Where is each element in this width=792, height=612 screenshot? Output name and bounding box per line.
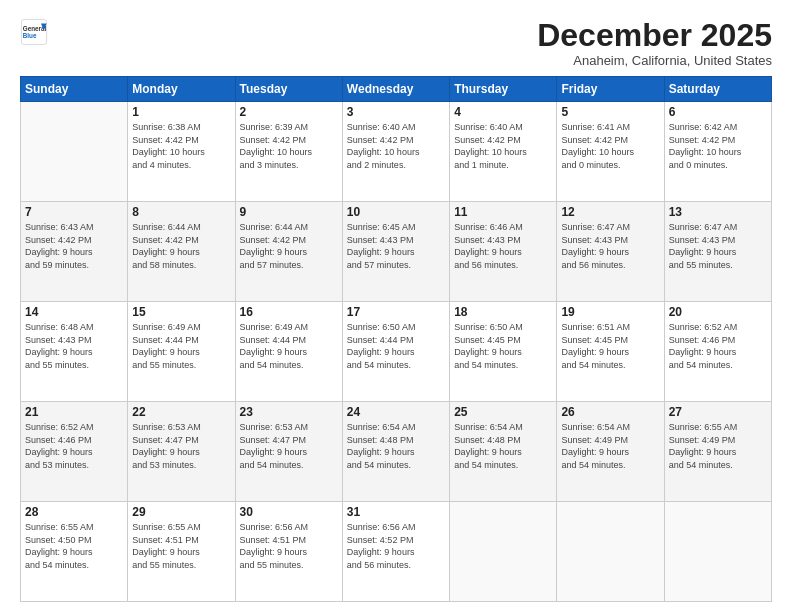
- day-info: Sunrise: 6:38 AMSunset: 4:42 PMDaylight:…: [132, 121, 230, 171]
- table-row: 1Sunrise: 6:38 AMSunset: 4:42 PMDaylight…: [128, 102, 235, 202]
- col-monday: Monday: [128, 77, 235, 102]
- table-row: 5Sunrise: 6:41 AMSunset: 4:42 PMDaylight…: [557, 102, 664, 202]
- day-info: Sunrise: 6:51 AMSunset: 4:45 PMDaylight:…: [561, 321, 659, 371]
- table-row: 22Sunrise: 6:53 AMSunset: 4:47 PMDayligh…: [128, 402, 235, 502]
- day-number: 16: [240, 305, 338, 319]
- calendar-week-row: 28Sunrise: 6:55 AMSunset: 4:50 PMDayligh…: [21, 502, 772, 602]
- day-number: 25: [454, 405, 552, 419]
- day-info: Sunrise: 6:55 AMSunset: 4:51 PMDaylight:…: [132, 521, 230, 571]
- table-row: 12Sunrise: 6:47 AMSunset: 4:43 PMDayligh…: [557, 202, 664, 302]
- table-row: 20Sunrise: 6:52 AMSunset: 4:46 PMDayligh…: [664, 302, 771, 402]
- calendar-week-row: 1Sunrise: 6:38 AMSunset: 4:42 PMDaylight…: [21, 102, 772, 202]
- day-info: Sunrise: 6:53 AMSunset: 4:47 PMDaylight:…: [240, 421, 338, 471]
- logo: General Blue: [20, 18, 48, 46]
- col-thursday: Thursday: [450, 77, 557, 102]
- table-row: 2Sunrise: 6:39 AMSunset: 4:42 PMDaylight…: [235, 102, 342, 202]
- table-row: 14Sunrise: 6:48 AMSunset: 4:43 PMDayligh…: [21, 302, 128, 402]
- logo-icon: General Blue: [20, 18, 48, 46]
- page: General Blue December 2025 Anaheim, Cali…: [0, 0, 792, 612]
- table-row: 9Sunrise: 6:44 AMSunset: 4:42 PMDaylight…: [235, 202, 342, 302]
- table-row: 13Sunrise: 6:47 AMSunset: 4:43 PMDayligh…: [664, 202, 771, 302]
- svg-text:Blue: Blue: [23, 32, 37, 39]
- day-info: Sunrise: 6:56 AMSunset: 4:51 PMDaylight:…: [240, 521, 338, 571]
- day-info: Sunrise: 6:52 AMSunset: 4:46 PMDaylight:…: [669, 321, 767, 371]
- day-number: 23: [240, 405, 338, 419]
- table-row: 19Sunrise: 6:51 AMSunset: 4:45 PMDayligh…: [557, 302, 664, 402]
- day-info: Sunrise: 6:47 AMSunset: 4:43 PMDaylight:…: [669, 221, 767, 271]
- calendar: Sunday Monday Tuesday Wednesday Thursday…: [20, 76, 772, 602]
- day-number: 30: [240, 505, 338, 519]
- day-number: 22: [132, 405, 230, 419]
- day-info: Sunrise: 6:56 AMSunset: 4:52 PMDaylight:…: [347, 521, 445, 571]
- day-number: 26: [561, 405, 659, 419]
- table-row: 15Sunrise: 6:49 AMSunset: 4:44 PMDayligh…: [128, 302, 235, 402]
- day-info: Sunrise: 6:52 AMSunset: 4:46 PMDaylight:…: [25, 421, 123, 471]
- day-number: 7: [25, 205, 123, 219]
- day-number: 27: [669, 405, 767, 419]
- day-number: 14: [25, 305, 123, 319]
- table-row: 25Sunrise: 6:54 AMSunset: 4:48 PMDayligh…: [450, 402, 557, 502]
- table-row: 17Sunrise: 6:50 AMSunset: 4:44 PMDayligh…: [342, 302, 449, 402]
- day-info: Sunrise: 6:54 AMSunset: 4:48 PMDaylight:…: [347, 421, 445, 471]
- day-number: 17: [347, 305, 445, 319]
- table-row: 7Sunrise: 6:43 AMSunset: 4:42 PMDaylight…: [21, 202, 128, 302]
- table-row: [450, 502, 557, 602]
- day-number: 19: [561, 305, 659, 319]
- day-info: Sunrise: 6:49 AMSunset: 4:44 PMDaylight:…: [132, 321, 230, 371]
- calendar-week-row: 21Sunrise: 6:52 AMSunset: 4:46 PMDayligh…: [21, 402, 772, 502]
- day-number: 9: [240, 205, 338, 219]
- table-row: 30Sunrise: 6:56 AMSunset: 4:51 PMDayligh…: [235, 502, 342, 602]
- table-row: 26Sunrise: 6:54 AMSunset: 4:49 PMDayligh…: [557, 402, 664, 502]
- day-number: 6: [669, 105, 767, 119]
- day-number: 2: [240, 105, 338, 119]
- day-number: 31: [347, 505, 445, 519]
- header-right: December 2025 Anaheim, California, Unite…: [537, 18, 772, 68]
- day-number: 28: [25, 505, 123, 519]
- day-info: Sunrise: 6:54 AMSunset: 4:49 PMDaylight:…: [561, 421, 659, 471]
- day-info: Sunrise: 6:39 AMSunset: 4:42 PMDaylight:…: [240, 121, 338, 171]
- col-wednesday: Wednesday: [342, 77, 449, 102]
- col-friday: Friday: [557, 77, 664, 102]
- table-row: 24Sunrise: 6:54 AMSunset: 4:48 PMDayligh…: [342, 402, 449, 502]
- day-info: Sunrise: 6:48 AMSunset: 4:43 PMDaylight:…: [25, 321, 123, 371]
- day-info: Sunrise: 6:44 AMSunset: 4:42 PMDaylight:…: [240, 221, 338, 271]
- table-row: 10Sunrise: 6:45 AMSunset: 4:43 PMDayligh…: [342, 202, 449, 302]
- table-row: 27Sunrise: 6:55 AMSunset: 4:49 PMDayligh…: [664, 402, 771, 502]
- day-number: 24: [347, 405, 445, 419]
- top-section: General Blue December 2025 Anaheim, Cali…: [20, 18, 772, 68]
- day-info: Sunrise: 6:50 AMSunset: 4:44 PMDaylight:…: [347, 321, 445, 371]
- day-number: 20: [669, 305, 767, 319]
- day-number: 29: [132, 505, 230, 519]
- day-info: Sunrise: 6:42 AMSunset: 4:42 PMDaylight:…: [669, 121, 767, 171]
- day-number: 21: [25, 405, 123, 419]
- table-row: 23Sunrise: 6:53 AMSunset: 4:47 PMDayligh…: [235, 402, 342, 502]
- table-row: 8Sunrise: 6:44 AMSunset: 4:42 PMDaylight…: [128, 202, 235, 302]
- day-info: Sunrise: 6:43 AMSunset: 4:42 PMDaylight:…: [25, 221, 123, 271]
- day-number: 5: [561, 105, 659, 119]
- day-number: 18: [454, 305, 552, 319]
- table-row: 4Sunrise: 6:40 AMSunset: 4:42 PMDaylight…: [450, 102, 557, 202]
- table-row: 11Sunrise: 6:46 AMSunset: 4:43 PMDayligh…: [450, 202, 557, 302]
- table-row: 6Sunrise: 6:42 AMSunset: 4:42 PMDaylight…: [664, 102, 771, 202]
- table-row: 21Sunrise: 6:52 AMSunset: 4:46 PMDayligh…: [21, 402, 128, 502]
- location: Anaheim, California, United States: [537, 53, 772, 68]
- day-info: Sunrise: 6:55 AMSunset: 4:50 PMDaylight:…: [25, 521, 123, 571]
- day-number: 12: [561, 205, 659, 219]
- day-info: Sunrise: 6:54 AMSunset: 4:48 PMDaylight:…: [454, 421, 552, 471]
- day-info: Sunrise: 6:45 AMSunset: 4:43 PMDaylight:…: [347, 221, 445, 271]
- table-row: [557, 502, 664, 602]
- table-row: 3Sunrise: 6:40 AMSunset: 4:42 PMDaylight…: [342, 102, 449, 202]
- col-saturday: Saturday: [664, 77, 771, 102]
- day-info: Sunrise: 6:44 AMSunset: 4:42 PMDaylight:…: [132, 221, 230, 271]
- month-title: December 2025: [537, 18, 772, 53]
- day-number: 4: [454, 105, 552, 119]
- day-info: Sunrise: 6:53 AMSunset: 4:47 PMDaylight:…: [132, 421, 230, 471]
- day-number: 13: [669, 205, 767, 219]
- day-number: 15: [132, 305, 230, 319]
- table-row: [664, 502, 771, 602]
- table-row: 28Sunrise: 6:55 AMSunset: 4:50 PMDayligh…: [21, 502, 128, 602]
- calendar-week-row: 14Sunrise: 6:48 AMSunset: 4:43 PMDayligh…: [21, 302, 772, 402]
- day-number: 11: [454, 205, 552, 219]
- day-info: Sunrise: 6:49 AMSunset: 4:44 PMDaylight:…: [240, 321, 338, 371]
- table-row: 16Sunrise: 6:49 AMSunset: 4:44 PMDayligh…: [235, 302, 342, 402]
